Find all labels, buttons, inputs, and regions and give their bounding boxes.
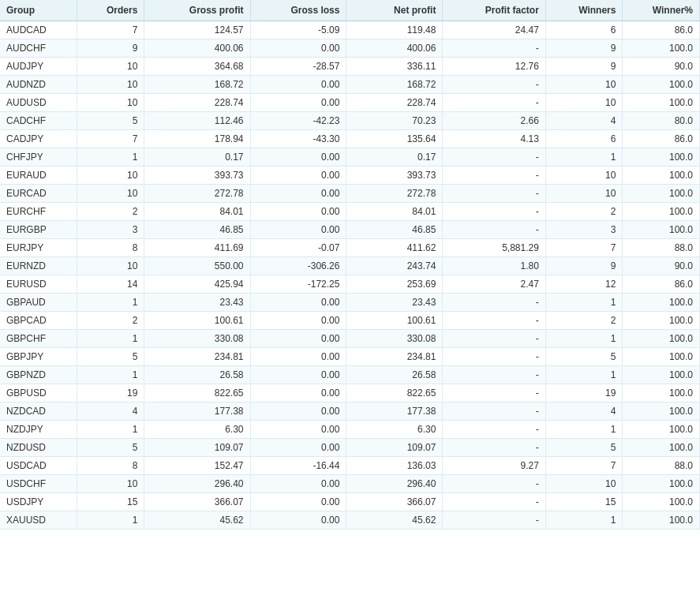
table-cell: 100.0 [623, 330, 700, 348]
table-cell: 100.0 [623, 493, 700, 511]
table-cell: AUDCHF [0, 39, 77, 58]
table-cell: EURUSD [0, 275, 77, 294]
table-cell: 234.81 [144, 348, 250, 366]
table-cell: - [443, 348, 545, 366]
table-cell: 400.06 [144, 39, 250, 58]
table-row: NZDUSD5109.070.00109.07-5100.0 [0, 439, 700, 457]
table-cell: 124.57 [144, 21, 250, 39]
table-cell: -172.25 [250, 275, 346, 294]
table-cell: 0.00 [250, 148, 346, 167]
table-cell: 364.68 [144, 58, 250, 76]
trading-stats-table: Group Orders Gross profit Gross loss Net… [0, 0, 700, 530]
table-row: AUDJPY10364.68-28.57336.1112.76990.0 [0, 58, 700, 76]
table-cell: 100.0 [623, 421, 700, 439]
table-cell: 228.74 [346, 94, 443, 112]
table-row: USDCHF10296.400.00296.40-10100.0 [0, 475, 700, 493]
table-cell: 88.0 [623, 457, 700, 475]
table-cell: 177.38 [144, 402, 250, 421]
table-row: GBPNZD126.580.0026.58-1100.0 [0, 366, 700, 384]
table-cell: 88.0 [623, 239, 700, 257]
table-cell: 822.65 [346, 384, 443, 402]
table-header-row: Group Orders Gross profit Gross loss Net… [0, 0, 700, 21]
table-cell: 14 [77, 275, 144, 294]
table-cell: 10 [545, 185, 623, 203]
table-cell: 168.72 [144, 76, 250, 94]
table-cell: 6.30 [144, 421, 250, 439]
table-cell: - [443, 294, 545, 312]
table-cell: USDJPY [0, 493, 77, 511]
table-cell: 0.00 [250, 203, 346, 221]
table-cell: 100.0 [623, 148, 700, 167]
table-cell: 0.00 [250, 511, 346, 530]
table-cell: 0.00 [250, 39, 346, 58]
table-cell: 425.94 [144, 275, 250, 294]
table-cell: AUDJPY [0, 58, 77, 76]
table-cell: 10 [77, 58, 144, 76]
table-row: NZDCAD4177.380.00177.38-4100.0 [0, 402, 700, 421]
table-cell: 7 [77, 21, 144, 39]
col-header-gross-profit: Gross profit [144, 0, 250, 21]
table-row: AUDNZD10168.720.00168.72-10100.0 [0, 76, 700, 94]
table-cell: 9 [545, 58, 623, 76]
table-cell: AUDCAD [0, 21, 77, 39]
table-cell: - [443, 185, 545, 203]
table-cell: 336.11 [346, 58, 443, 76]
table-row: EURCHF284.010.0084.01-2100.0 [0, 203, 700, 221]
table-cell: 1.80 [443, 257, 545, 275]
table-cell: - [443, 384, 545, 402]
table-cell: 70.23 [346, 112, 443, 130]
col-header-group: Group [0, 0, 77, 21]
table-cell: 1 [545, 330, 623, 348]
table-cell: XAUUSD [0, 511, 77, 530]
table-cell: 4.13 [443, 130, 545, 148]
table-cell: 0.00 [250, 384, 346, 402]
col-header-gross-loss: Gross loss [250, 0, 346, 21]
table-cell: 411.69 [144, 239, 250, 257]
table-cell: 228.74 [144, 94, 250, 112]
table-cell: - [443, 366, 545, 384]
table-cell: 272.78 [346, 185, 443, 203]
table-cell: 1 [545, 421, 623, 439]
table-row: GBPUSD19822.650.00822.65-19100.0 [0, 384, 700, 402]
table-cell: 393.73 [346, 167, 443, 185]
table-cell: 366.07 [144, 493, 250, 511]
table-cell: 0.17 [144, 148, 250, 167]
table-row: EURNZD10550.00-306.26243.741.80990.0 [0, 257, 700, 275]
table-cell: NZDCAD [0, 402, 77, 421]
table-cell: 12 [545, 275, 623, 294]
table-row: GBPJPY5234.810.00234.81-5100.0 [0, 348, 700, 366]
table-cell: -28.57 [250, 58, 346, 76]
table-cell: EURJPY [0, 239, 77, 257]
table-cell: EURCAD [0, 185, 77, 203]
table-cell: 400.06 [346, 39, 443, 58]
table-cell: 4 [545, 112, 623, 130]
table-row: GBPCAD2100.610.00100.61-2100.0 [0, 312, 700, 330]
table-row: EURUSD14425.94-172.25253.692.471286.0 [0, 275, 700, 294]
table-cell: 9 [545, 257, 623, 275]
table-cell: 100.0 [623, 294, 700, 312]
table-cell: 1 [77, 366, 144, 384]
table-row: GBPAUD123.430.0023.43-1100.0 [0, 294, 700, 312]
table-cell: 135.64 [346, 130, 443, 148]
table-cell: EURGBP [0, 221, 77, 239]
table-cell: 178.94 [144, 130, 250, 148]
table-cell: 24.47 [443, 21, 545, 39]
table-cell: 0.00 [250, 221, 346, 239]
table-cell: 10 [545, 475, 623, 493]
table-cell: 0.00 [250, 348, 346, 366]
table-cell: 0.00 [250, 185, 346, 203]
table-cell: 84.01 [144, 203, 250, 221]
table-cell: 86.0 [623, 275, 700, 294]
table-cell: 1 [545, 148, 623, 167]
table-row: CADCHF5112.46-42.2370.232.66480.0 [0, 112, 700, 130]
table-cell: GBPNZD [0, 366, 77, 384]
table-cell: USDCAD [0, 457, 77, 475]
table-row: AUDCAD7124.57-5.09119.4824.47686.0 [0, 21, 700, 39]
table-cell: 5 [545, 348, 623, 366]
table-cell: 234.81 [346, 348, 443, 366]
table-row: EURAUD10393.730.00393.73-10100.0 [0, 167, 700, 185]
table-cell: 46.85 [346, 221, 443, 239]
table-cell: - [443, 475, 545, 493]
table-cell: 9 [545, 39, 623, 58]
table-cell: 0.00 [250, 475, 346, 493]
